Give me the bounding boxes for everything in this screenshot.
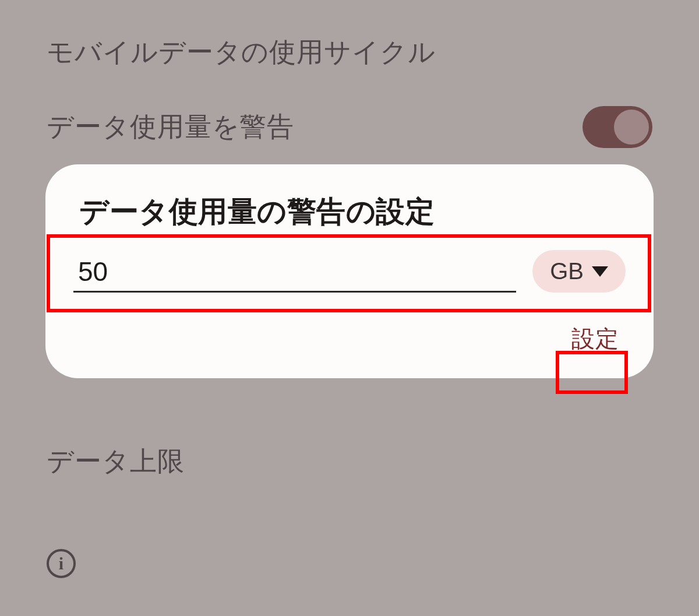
chevron-down-icon: [592, 266, 608, 277]
dialog-title: データ使用量の警告の設定: [69, 192, 630, 231]
dialog-input-row: GB: [69, 244, 630, 298]
unit-label: GB: [550, 258, 584, 284]
unit-select[interactable]: GB: [532, 250, 626, 293]
dialog-actions: 設定: [69, 298, 630, 360]
data-warning-value-input[interactable]: [73, 250, 516, 293]
data-warning-dialog: データ使用量の警告の設定 GB 設定: [45, 164, 654, 378]
confirm-button[interactable]: 設定: [566, 318, 626, 360]
